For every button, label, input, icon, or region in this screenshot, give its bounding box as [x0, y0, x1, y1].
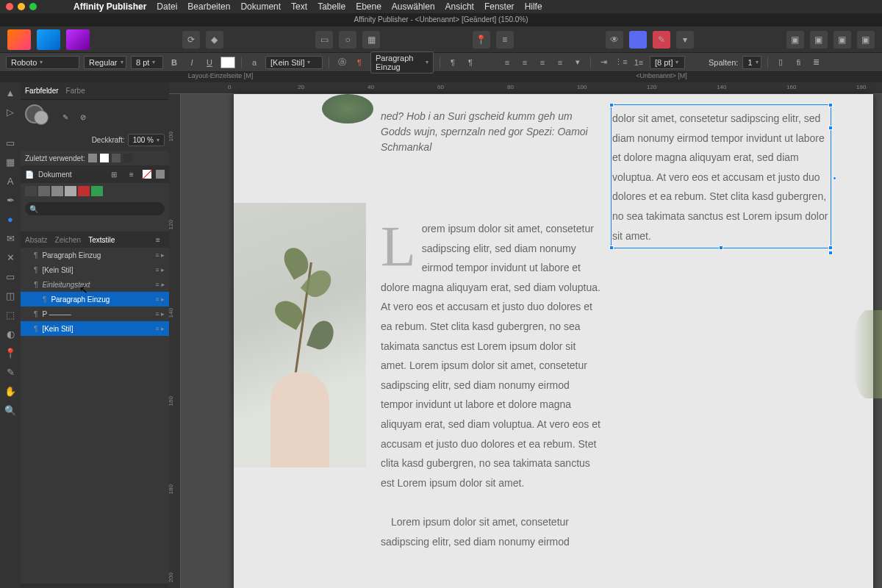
stroke-swatch[interactable]: ✎ — [653, 31, 670, 49]
menu-fenster[interactable]: Fenster — [484, 1, 514, 12]
show-invisibles-icon[interactable]: ¶ — [464, 56, 477, 69]
menu-datei[interactable]: Datei — [157, 1, 177, 12]
grid-view-icon[interactable]: ⊞ — [107, 168, 121, 181]
intro-text[interactable]: ned? Hob i an Suri gscheid kumm geh um G… — [381, 109, 601, 155]
tab-absatz[interactable]: Absatz — [25, 236, 48, 244]
pen-tool[interactable]: ✒ — [3, 193, 18, 207]
artistic-text-tool[interactable]: A — [3, 173, 18, 188]
menu-auswaehlen[interactable]: Auswählen — [392, 1, 435, 12]
swatch-search[interactable]: 🔍 — [25, 202, 165, 215]
body-text-col2[interactable]: dolor sit amet, consetetur sadipscing el… — [612, 109, 829, 245]
swatch[interactable] — [78, 186, 90, 196]
tab-zeichen[interactable]: Zeichen — [55, 236, 82, 244]
underline-button[interactable]: U — [203, 56, 216, 69]
none-icon[interactable]: ⊘ — [76, 110, 90, 123]
image-tool[interactable]: ▭ — [3, 269, 18, 284]
zoom-window[interactable] — [29, 3, 37, 10]
pin-icon[interactable]: 📍 — [473, 31, 490, 49]
reg-swatch[interactable] — [156, 170, 165, 179]
clip-icon[interactable]: ◆ — [206, 31, 223, 49]
menu-dokument[interactable]: Dokument — [240, 1, 281, 12]
align-justify[interactable]: ≡ — [553, 56, 567, 69]
table-tool[interactable]: ▦ — [3, 154, 18, 169]
menu-tabelle[interactable]: Tabelle — [318, 1, 345, 12]
para-style-select[interactable]: Paragraph Einzug▾ — [370, 51, 434, 74]
font-style-select[interactable]: Regular▾ — [84, 56, 126, 69]
minimize-window[interactable] — [18, 3, 25, 10]
hand-tool[interactable]: ✋ — [3, 384, 18, 398]
typography-icon[interactable]: fi — [792, 56, 805, 69]
leading-select[interactable]: [8 pt]▾ — [650, 56, 685, 69]
eyedropper-icon[interactable]: ✎ — [59, 110, 72, 123]
baseline-grid-icon[interactable]: ≣ — [809, 56, 822, 69]
fill-swatch[interactable] — [629, 31, 647, 49]
list-number[interactable]: 1≡ — [632, 56, 645, 69]
grid-icon[interactable]: ▦ — [362, 31, 380, 49]
arrange-2[interactable]: ▣ — [810, 31, 828, 49]
bold-button[interactable]: B — [168, 56, 181, 69]
move-tool[interactable]: ▲ — [3, 85, 18, 100]
style-item[interactable]: ¶[Kein Stil]≡ ▸ — [21, 321, 169, 336]
menu-text[interactable]: Text — [291, 1, 307, 12]
circle-icon[interactable]: ○ — [339, 31, 356, 49]
vector-crop-tool[interactable]: ⬚ — [3, 307, 18, 322]
lang-icon[interactable]: ⓐ — [335, 56, 348, 69]
persona-designer[interactable] — [37, 29, 60, 50]
preview-icon[interactable]: 👁 — [606, 31, 623, 49]
sync-icon[interactable]: ⟳ — [182, 31, 200, 49]
tab-textstile[interactable]: Textstile — [88, 236, 115, 244]
opacity-value[interactable]: 100 %▾ — [128, 134, 165, 146]
arrange-1[interactable]: ▣ — [786, 31, 804, 49]
tab-farbfelder[interactable]: Farbfelder — [25, 87, 59, 95]
align-right[interactable]: ≡ — [536, 56, 549, 69]
list-bullet[interactable]: ⋮≡ — [614, 56, 628, 69]
style-item[interactable]: ¶Einleitungstext≡ ▸ — [21, 277, 169, 292]
font-size-select[interactable]: 8 pt▾ — [131, 56, 163, 69]
none-swatch[interactable] — [143, 170, 151, 179]
menu-ansicht[interactable]: Ansicht — [445, 1, 474, 12]
panel-menu-icon[interactable]: ≡ — [151, 233, 165, 246]
list-view-icon[interactable]: ≡ — [125, 168, 138, 181]
doc-icon[interactable]: ▭ — [315, 31, 333, 49]
doc-label[interactable]: Dokument — [38, 171, 72, 179]
align-center[interactable]: ≡ — [518, 56, 531, 69]
style-item[interactable]: ¶Paragraph Einzug≡ ▸ — [21, 292, 169, 306]
swatch[interactable] — [51, 186, 63, 196]
list-indent[interactable]: ⇥ — [597, 56, 610, 69]
pin-tool[interactable]: 📍 — [3, 345, 18, 360]
text-color[interactable] — [220, 57, 235, 68]
swatch[interactable] — [25, 186, 37, 196]
align-left[interactable]: ≡ — [501, 56, 514, 69]
color-tool[interactable]: ◐ — [3, 326, 18, 341]
pilcrow-icon[interactable]: ¶ — [446, 56, 459, 69]
style-item[interactable]: ¶P ———≡ ▸ — [21, 306, 169, 321]
style-item[interactable]: ¶[Kein Stil]≡ ▸ — [21, 262, 169, 277]
persona-photo[interactable] — [66, 29, 90, 50]
italic-button[interactable]: I — [185, 56, 198, 69]
close-window[interactable] — [6, 3, 13, 10]
recent-swatch[interactable] — [88, 154, 97, 162]
tab-farbe[interactable]: Farbe — [66, 87, 85, 95]
align-more[interactable]: ▾ — [571, 56, 584, 69]
menu-hilfe[interactable]: Hilfe — [525, 1, 542, 12]
asset-tool[interactable]: ✕ — [3, 250, 18, 265]
arrange-3[interactable]: ▣ — [833, 31, 851, 49]
char-style-select[interactable]: [Kein Stil]▾ — [265, 56, 323, 69]
style-item[interactable]: ¶Paragraph Einzug≡ ▸ — [21, 248, 169, 262]
persona-publisher[interactable] — [7, 29, 31, 50]
node-tool[interactable]: ▷ — [3, 104, 18, 119]
stroke-well[interactable] — [34, 110, 49, 125]
textframe-icon[interactable]: ▯ — [774, 56, 787, 69]
envelope-tool[interactable]: ✉ — [3, 231, 18, 245]
baseline-icon[interactable]: ≡ — [496, 31, 514, 49]
chevron-down-icon[interactable]: ▾ — [676, 31, 694, 49]
canvas[interactable]: 020406080100120140160180200 100120140160… — [169, 82, 882, 588]
recent-swatch[interactable] — [123, 154, 132, 162]
menu-bearbeiten[interactable]: Bearbeiten — [187, 1, 230, 12]
columns-value[interactable]: 1▾ — [742, 56, 761, 69]
crop-tool[interactable]: ◫ — [3, 288, 18, 303]
text-frame-tool[interactable]: ▭ — [3, 135, 18, 150]
shape-tool[interactable]: ● — [3, 212, 18, 226]
placed-image[interactable] — [234, 203, 366, 467]
menu-ebene[interactable]: Ebene — [356, 1, 381, 12]
